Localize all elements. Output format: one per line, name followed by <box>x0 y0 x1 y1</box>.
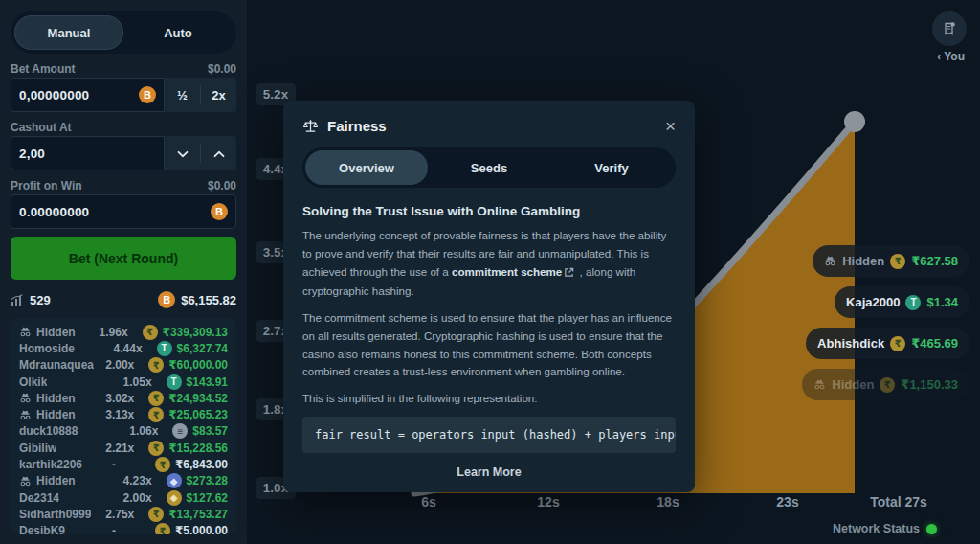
usdt-coin-icon: T <box>157 341 172 356</box>
bet-payout: ₹₹25,065.23 <box>148 407 228 422</box>
player-name: Gibiliw <box>19 442 105 455</box>
profit-on-win-value: 0.00000000 <box>19 205 211 219</box>
inr-coin-icon: ₹ <box>880 377 895 393</box>
modal-title: Fairness <box>327 118 657 134</box>
hidden-player-icon <box>19 476 32 487</box>
player-name: Hidden <box>19 392 105 405</box>
usdt-coin-icon: T <box>167 374 182 390</box>
bitcoin-icon: B <box>211 203 228 220</box>
bet-payout: ₹₹339,309.13 <box>143 325 228 340</box>
chevron-up-icon <box>213 150 225 158</box>
bet-multiplier: 2.21x <box>105 442 148 455</box>
bet-row: Hidden1.96x₹₹339,309.13 <box>19 324 228 340</box>
bet-row: duck108881.06x≡$83.57 <box>19 423 228 440</box>
tab-auto[interactable]: Auto <box>123 15 233 50</box>
bet-next-round-button[interactable]: Bet (Next Round) <box>11 237 236 280</box>
bet-multiplier: 1.96x <box>100 326 143 339</box>
tab-seeds[interactable]: Seeds <box>428 150 550 185</box>
bet-row: De23142.00x◆$127.62 <box>19 489 228 506</box>
bet-row: Hidden4.23x◆$273.28 <box>19 473 228 489</box>
player-name: karthik2206 <box>19 458 112 471</box>
x-axis-tick: 12s <box>537 494 559 510</box>
bet-multiplier: 2.00x <box>105 358 148 372</box>
hidden-player-icon <box>19 393 32 403</box>
tab-manual[interactable]: Manual <box>14 15 123 50</box>
bet-multiplier: - <box>112 524 155 534</box>
cashed-out-pill[interactable]: Abhishdick₹₹465.69 <box>806 328 969 359</box>
you-marker[interactable]: ‹ You <box>937 50 965 63</box>
double-bet-button[interactable]: 2x <box>201 78 236 112</box>
bet-payout: ₹₹24,934.52 <box>148 391 228 406</box>
x-axis-tick: Total 27s <box>870 494 927 510</box>
profit-on-win-usd: $0.00 <box>208 179 236 193</box>
half-bet-button[interactable]: ½ <box>165 78 200 112</box>
bitcoin-icon: B <box>158 291 175 308</box>
hidden-player-icon <box>19 410 32 420</box>
players-count-icon <box>11 294 24 306</box>
bet-row: Hidden3.13x₹₹25,065.23 <box>19 406 228 422</box>
bet-multiplier: 3.02x <box>105 392 148 405</box>
bet-multiplier: 4.44x <box>114 342 157 355</box>
bet-multiplier: 2.75x <box>105 508 148 521</box>
bet-payout: T$6,327.74 <box>157 341 228 356</box>
player-name: Mdraunaquea <box>19 358 105 372</box>
commitment-scheme-link[interactable]: commitment scheme <box>452 265 562 278</box>
cashed-out-pill[interactable]: Hidden₹₹1,150.33 <box>802 369 969 400</box>
x-axis-tick: 23s <box>776 494 798 510</box>
player-name: Hidden <box>832 377 874 392</box>
bet-mode-tabs: Manual Auto <box>11 11 236 54</box>
crash-curve-dot <box>844 111 865 132</box>
modal-paragraph-3: This is simplified in the following repr… <box>302 390 676 408</box>
modal-heading: Solving the Trust Issue with Online Gamb… <box>302 204 676 218</box>
tab-overview[interactable]: Overview <box>305 150 428 185</box>
cashout-at-value: 2,00 <box>19 147 156 161</box>
bet-row: Mdraunaquea2.00x₹₹60,000.00 <box>19 357 228 374</box>
bet-payout: ₹₹13,753.27 <box>148 507 228 522</box>
close-icon[interactable]: × <box>665 117 676 135</box>
bet-list[interactable]: Hidden1.96x₹₹339,309.13Homoside4.44xT$6,… <box>11 318 236 534</box>
tab-verify[interactable]: Verify <box>550 150 673 185</box>
receipt-icon <box>942 21 957 36</box>
hidden-player-icon <box>824 256 836 266</box>
cashout-decrease-button[interactable] <box>165 136 200 170</box>
x-axis-tick: 6s <box>421 494 436 510</box>
profit-on-win-label: Profit on Win <box>11 179 82 193</box>
player-name: Hidden <box>19 408 105 421</box>
cashout-at-input[interactable]: 2,00 <box>11 136 165 170</box>
bet-payout: ₹₹6,843.00 <box>155 457 228 472</box>
players-count: 529 <box>30 293 51 307</box>
inr-coin-icon: ₹ <box>148 407 164 422</box>
inr-coin-icon: ₹ <box>143 325 158 340</box>
bet-row: Hidden3.02x₹₹24,934.52 <box>19 390 228 406</box>
bet-amount-label: Bet Amount <box>11 62 76 76</box>
bnb-coin-icon: ◆ <box>167 490 182 506</box>
profit-on-win-input[interactable]: 0.00000000 B <box>11 194 236 229</box>
player-name: duck10888 <box>19 424 129 438</box>
coin-coin-icon: ≡ <box>172 423 188 439</box>
inr-coin-icon: ₹ <box>155 457 170 472</box>
external-link-icon[interactable] <box>564 265 574 283</box>
player-name: Hidden <box>19 326 100 339</box>
inr-coin-icon: ₹ <box>148 357 164 373</box>
cashed-out-overlay: Hidden₹₹627.58Kaja2000T$1.34Abhishdick₹₹… <box>802 245 969 400</box>
game-history-button[interactable] <box>932 11 967 46</box>
bet-multiplier: 3.13x <box>105 408 148 421</box>
x-axis-tick: 18s <box>657 494 679 510</box>
scale-icon <box>302 119 319 134</box>
bet-multiplier: 1.05x <box>123 375 167 389</box>
cashed-out-pill[interactable]: Hidden₹₹627.58 <box>813 245 969 277</box>
cashed-out-pill[interactable]: Kaja2000T$1.34 <box>835 286 969 318</box>
cashout-amount: ₹1,150.33 <box>901 377 958 392</box>
bet-row: Homoside4.44xT$6,327.74 <box>19 340 228 356</box>
bet-amount-input[interactable]: 0,00000000 B <box>11 78 165 112</box>
inr-coin-icon: ₹ <box>890 254 905 269</box>
bet-amount-value: 0,00000000 <box>19 88 139 102</box>
bet-row: DesibK9-₹₹5,000.00 <box>19 523 228 534</box>
player-name: Homoside <box>19 342 114 355</box>
cashout-increase-button[interactable] <box>201 136 236 170</box>
network-status: Network Status <box>833 522 937 535</box>
learn-more-button[interactable]: Learn More <box>457 465 521 479</box>
bet-row: Gibiliw2.21x₹₹15,228.56 <box>19 440 228 456</box>
cashout-at-label: Cashout At <box>11 121 72 134</box>
cashout-amount: ₹627.58 <box>911 254 958 268</box>
